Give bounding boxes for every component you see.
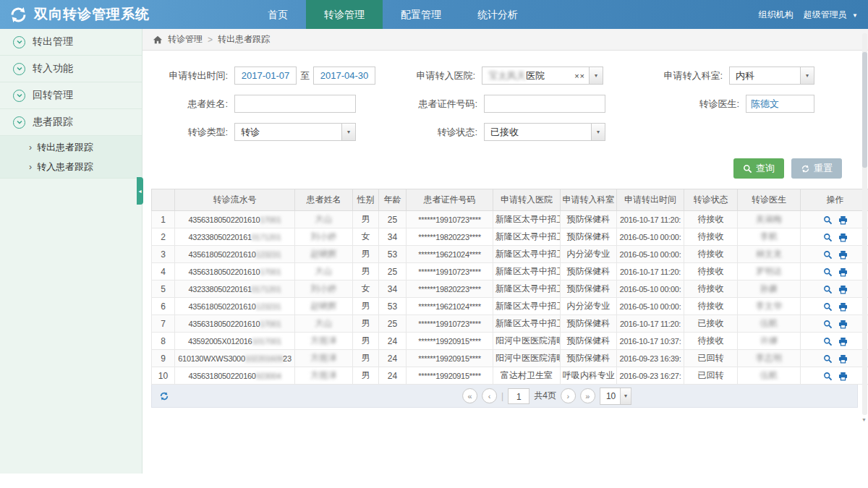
reset-button-label: 重置	[814, 162, 833, 175]
scrollbar-thumb[interactable]	[862, 52, 867, 168]
table-row[interactable]: 24323380502201610171201刘小婷女34******19820…	[152, 228, 868, 246]
cell-doctor: 伍航	[738, 315, 801, 333]
table-row[interactable]: 54323380502201610171201刘小婷女34******19820…	[152, 281, 868, 298]
sidebar-item-return-management[interactable]: 回转管理	[0, 82, 142, 109]
print-row-icon[interactable]	[838, 337, 848, 346]
view-row-icon[interactable]	[823, 250, 833, 260]
print-row-icon[interactable]	[838, 320, 848, 329]
sidebar-item-label: 转出管理	[33, 35, 73, 48]
table-row[interactable]: 34356180502201610123231赵晓辉男53******19621…	[152, 246, 868, 263]
table-row[interactable]: 74356318050220161017001大山男25******199107…	[152, 315, 868, 333]
last-page-button[interactable]: »	[580, 388, 595, 403]
table-row[interactable]: 64356180502201610123231赵晓辉男53******19621…	[152, 298, 868, 315]
nav-item-config-management[interactable]: 配置管理	[383, 0, 459, 29]
view-row-icon[interactable]	[823, 354, 833, 364]
dropdown-arrow-icon[interactable]: ▾	[591, 124, 605, 140]
out-time-label: 申请转出时间:	[151, 69, 228, 82]
referral-status-select[interactable]: 已接收 ▾	[484, 123, 605, 141]
breadcrumb-section[interactable]: 转诊管理	[168, 33, 203, 46]
in-hospital-value-suffix: 医院	[526, 69, 545, 82]
user-menu[interactable]: 超级管理员 ▼	[804, 9, 858, 21]
scroll-down-arrow-icon[interactable]: ▼	[861, 417, 867, 422]
view-row-icon[interactable]	[823, 337, 833, 346]
sidebar: 转出管理 转入功能 回转管理 患者跟踪 › 转出患者跟踪 › 转入患者跟踪	[0, 29, 142, 474]
view-row-icon[interactable]	[823, 285, 833, 294]
view-row-icon[interactable]	[823, 215, 833, 225]
cell-in-hospital: 富达村卫生室	[493, 367, 561, 385]
cell-in-dept: 内分泌专业	[561, 246, 617, 263]
cell-out-time: 2016-09-23 16:27:	[617, 367, 684, 385]
view-row-icon[interactable]	[823, 372, 833, 381]
table-row[interactable]: 104356318050220160923004方雨泽男24******1992…	[152, 367, 868, 385]
search-button[interactable]: 查询	[733, 158, 784, 179]
cell-serial: 4323380502201610171201	[175, 228, 295, 246]
out-time-to-input[interactable]: 2017-04-30	[313, 67, 375, 85]
cell-patient-name: 赵晓辉	[295, 246, 353, 263]
sidebar-subitem-outgoing-patient-tracking[interactable]: › 转出患者跟踪	[0, 137, 142, 157]
in-dept-select[interactable]: 内科 ▾	[729, 67, 814, 85]
chevron-down-circle-icon	[13, 36, 25, 48]
patient-name-input[interactable]	[234, 95, 356, 113]
print-row-icon[interactable]	[838, 267, 848, 277]
sidebar-collapse-handle[interactable]: ◂	[137, 177, 143, 205]
table-row[interactable]: 44356318050220161017001大山男25******199107…	[152, 263, 868, 281]
cell-cert-number: ******19621024****	[407, 246, 493, 263]
cell-serial: 4356318050220160923004	[175, 367, 295, 385]
sidebar-item-transfer-out[interactable]: 转出管理	[0, 29, 142, 56]
cell-doctor: 吴淑梅	[738, 211, 801, 228]
table-row[interactable]: 14356318050220161017001大山男25******199107…	[152, 211, 868, 228]
dropdown-arrow-icon[interactable]: ▾	[341, 124, 355, 140]
print-row-icon[interactable]	[838, 233, 848, 242]
table-row[interactable]: 9610130WXWS300010220160923方雨泽男24******19…	[152, 350, 868, 367]
refresh-icon[interactable]	[159, 391, 169, 401]
sidebar-item-transfer-in[interactable]: 转入功能	[0, 56, 142, 82]
cell-status: 待接收	[684, 333, 738, 350]
cell-in-hospital: 新隆区太寻中招卫生	[493, 211, 561, 228]
patient-id-input[interactable]	[484, 95, 605, 113]
print-row-icon[interactable]	[838, 215, 848, 225]
clear-icon[interactable]: ××	[574, 72, 585, 80]
page-number-input[interactable]: 1	[508, 388, 529, 404]
vertical-scrollbar[interactable]: ▼	[862, 33, 867, 415]
view-row-icon[interactable]	[823, 267, 833, 277]
referral-type-value: 转诊	[241, 126, 260, 139]
print-row-icon[interactable]	[838, 302, 848, 312]
out-time-from-input[interactable]: 2017-01-07	[234, 67, 297, 85]
view-row-icon[interactable]	[823, 320, 833, 329]
cell-serial: 4323380502201610171201	[175, 281, 295, 298]
dropdown-arrow-icon[interactable]: ▾	[800, 67, 814, 84]
referral-status-label: 转诊状态:	[401, 126, 477, 139]
table-row[interactable]: 843592005X0120161017001方雨泽男24******19920…	[152, 333, 868, 350]
print-row-icon[interactable]	[838, 354, 848, 364]
print-row-icon[interactable]	[838, 285, 848, 294]
org-link[interactable]: 组织机构	[759, 9, 793, 21]
prev-page-button[interactable]: ‹	[482, 388, 497, 403]
filter-row-1: 申请转出时间: 2017-01-07 至 2017-04-30 申请转入医院: …	[151, 67, 858, 85]
sidebar-item-label: 回转管理	[33, 89, 73, 102]
print-row-icon[interactable]	[838, 372, 848, 381]
nav-item-home[interactable]: 首页	[250, 0, 306, 29]
referral-type-select[interactable]: 转诊 ▾	[234, 123, 356, 141]
view-row-icon[interactable]	[823, 233, 833, 242]
referral-type-label: 转诊类型:	[151, 126, 228, 139]
sidebar-item-patient-tracking[interactable]: 患者跟踪	[0, 109, 142, 136]
in-hospital-combobox[interactable]: 宝太凤天 医院 ×× ▾	[482, 67, 603, 85]
nav-item-referral-management[interactable]: 转诊管理	[306, 0, 383, 29]
first-page-button[interactable]: «	[462, 388, 477, 403]
doctor-label: 转诊医生:	[663, 98, 739, 111]
results-table-wrap: 转诊流水号患者姓名性别年龄患者证件号码申请转入医院申请转入科室申请转出时间转诊状…	[151, 189, 858, 385]
cell-actions	[801, 298, 868, 315]
reset-button[interactable]: 重置	[791, 158, 842, 179]
nav-item-statistics[interactable]: 统计分析	[459, 0, 536, 29]
cell-row-index: 9	[152, 350, 175, 367]
dropdown-arrow-icon[interactable]: ▾	[589, 67, 603, 84]
cell-serial: 4356318050220161017001	[175, 315, 295, 333]
cell-status: 待接收	[684, 263, 738, 281]
doctor-input[interactable]: 陈德文	[746, 95, 814, 113]
sidebar-subitem-incoming-patient-tracking[interactable]: › 转入患者跟踪	[0, 157, 142, 176]
next-page-button[interactable]: ›	[561, 388, 576, 403]
view-row-icon[interactable]	[823, 302, 833, 312]
print-row-icon[interactable]	[838, 250, 848, 260]
range-separator: 至	[300, 69, 310, 82]
page-size-select[interactable]: 10 ▾	[600, 388, 631, 405]
